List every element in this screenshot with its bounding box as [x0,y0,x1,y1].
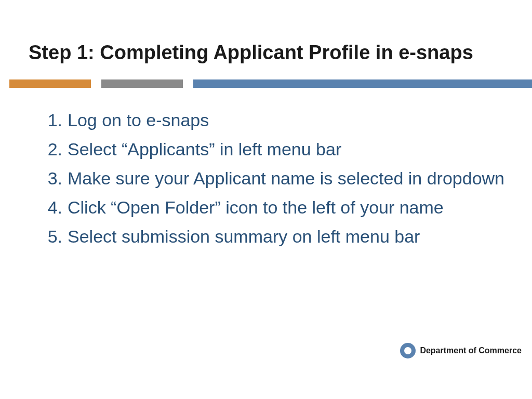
steps-list-container: Log on to e-snaps Select “Applicants” in… [0,88,532,248]
accent-bar-gray [101,79,183,88]
state-seal-icon [400,343,416,358]
state-seal-inner [404,347,411,354]
department-label: Department of Commerce [420,346,522,355]
accent-bar [0,79,532,88]
accent-bar-orange [9,79,91,88]
footer-logo: Department of Commerce [400,343,522,358]
step-item: Click “Open Folder” icon to the left of … [36,196,506,220]
step-item: Select submission summary on left menu b… [36,225,506,249]
slide-title: Step 1: Completing Applicant Profile in … [0,0,532,74]
step-item: Select “Applicants” in left menu bar [36,138,506,162]
steps-list: Log on to e-snaps Select “Applicants” in… [36,109,506,248]
step-item: Log on to e-snaps [36,109,506,132]
step-item: Make sure your Applicant name is selecte… [36,167,506,191]
accent-bar-blue [193,79,532,88]
slide-container: Step 1: Completing Applicant Profile in … [0,0,532,399]
